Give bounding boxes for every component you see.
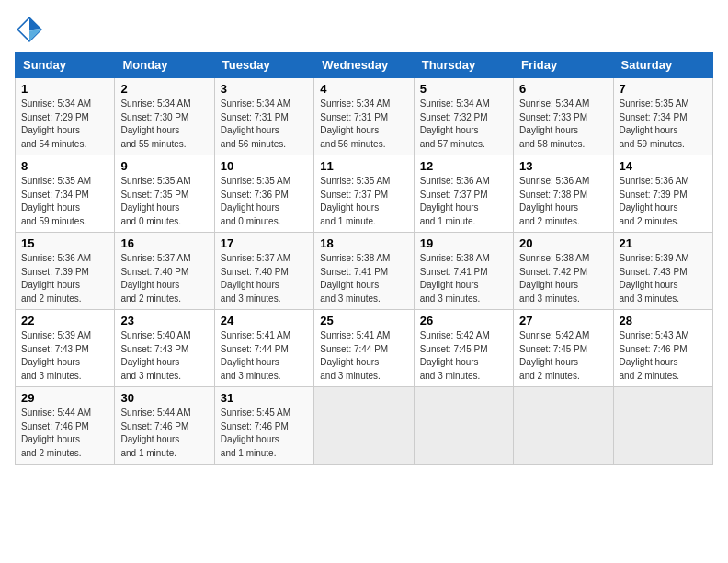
day-info: Sunrise: 5:42 AMSunset: 7:45 PMDaylight … bbox=[420, 329, 507, 383]
calendar-cell: 5Sunrise: 5:34 AMSunset: 7:32 PMDaylight… bbox=[414, 78, 513, 155]
day-info: Sunrise: 5:38 AMSunset: 7:41 PMDaylight … bbox=[320, 252, 407, 305]
day-number: 22 bbox=[21, 314, 108, 327]
calendar-cell: 29Sunrise: 5:44 AMSunset: 7:46 PMDayligh… bbox=[16, 387, 115, 465]
day-number: 18 bbox=[320, 236, 407, 250]
day-number: 8 bbox=[21, 159, 108, 173]
calendar-cell: 7Sunrise: 5:35 AMSunset: 7:34 PMDaylight… bbox=[613, 78, 712, 155]
day-header-monday: Monday bbox=[115, 52, 214, 78]
day-header-wednesday: Wednesday bbox=[314, 52, 414, 78]
day-number: 29 bbox=[21, 391, 108, 405]
day-number: 2 bbox=[120, 82, 208, 96]
day-number: 27 bbox=[519, 314, 607, 327]
day-info: Sunrise: 5:44 AMSunset: 7:46 PMDaylight … bbox=[21, 407, 108, 460]
day-number: 13 bbox=[519, 159, 607, 173]
calendar-cell: 6Sunrise: 5:34 AMSunset: 7:33 PMDaylight… bbox=[514, 78, 613, 155]
day-header-sunday: Sunday bbox=[16, 52, 115, 78]
day-info: Sunrise: 5:34 AMSunset: 7:30 PMDaylight … bbox=[120, 98, 208, 151]
calendar-cell: 15Sunrise: 5:36 AMSunset: 7:39 PMDayligh… bbox=[16, 233, 115, 310]
day-info: Sunrise: 5:35 AMSunset: 7:34 PMDaylight … bbox=[620, 98, 707, 151]
day-number: 1 bbox=[21, 82, 108, 96]
calendar-cell: 3Sunrise: 5:34 AMSunset: 7:31 PMDaylight… bbox=[214, 78, 313, 155]
day-number: 31 bbox=[221, 391, 308, 405]
calendar-cell: 19Sunrise: 5:38 AMSunset: 7:41 PMDayligh… bbox=[414, 233, 513, 310]
calendar-cell: 2Sunrise: 5:34 AMSunset: 7:30 PMDaylight… bbox=[115, 78, 214, 155]
day-number: 3 bbox=[221, 82, 308, 96]
calendar-cell: 16Sunrise: 5:37 AMSunset: 7:40 PMDayligh… bbox=[115, 233, 214, 310]
day-info: Sunrise: 5:38 AMSunset: 7:41 PMDaylight … bbox=[420, 252, 507, 305]
day-info: Sunrise: 5:34 AMSunset: 7:29 PMDaylight … bbox=[21, 98, 108, 151]
day-number: 28 bbox=[620, 314, 707, 327]
day-number: 5 bbox=[420, 82, 507, 96]
calendar-cell: 27Sunrise: 5:42 AMSunset: 7:45 PMDayligh… bbox=[514, 310, 613, 387]
calendar-header-row: SundayMondayTuesdayWednesdayThursdayFrid… bbox=[16, 52, 713, 78]
calendar-cell bbox=[314, 387, 414, 465]
calendar-cell: 20Sunrise: 5:38 AMSunset: 7:42 PMDayligh… bbox=[514, 233, 613, 310]
day-number: 20 bbox=[519, 236, 607, 250]
calendar-week-row-1: 1Sunrise: 5:34 AMSunset: 7:29 PMDaylight… bbox=[16, 78, 713, 155]
day-info: Sunrise: 5:42 AMSunset: 7:45 PMDaylight … bbox=[519, 329, 607, 383]
calendar-cell: 14Sunrise: 5:36 AMSunset: 7:39 PMDayligh… bbox=[613, 155, 712, 233]
calendar-week-row-2: 8Sunrise: 5:35 AMSunset: 7:34 PMDaylight… bbox=[16, 155, 713, 233]
day-info: Sunrise: 5:36 AMSunset: 7:39 PMDaylight … bbox=[620, 175, 707, 228]
day-info: Sunrise: 5:41 AMSunset: 7:44 PMDaylight … bbox=[221, 329, 308, 383]
calendar-cell: 12Sunrise: 5:36 AMSunset: 7:37 PMDayligh… bbox=[414, 155, 513, 233]
day-info: Sunrise: 5:34 AMSunset: 7:31 PMDaylight … bbox=[320, 98, 407, 151]
day-number: 23 bbox=[120, 314, 208, 327]
calendar-cell: 28Sunrise: 5:43 AMSunset: 7:46 PMDayligh… bbox=[613, 310, 712, 387]
day-number: 10 bbox=[221, 159, 308, 173]
calendar-week-row-3: 15Sunrise: 5:36 AMSunset: 7:39 PMDayligh… bbox=[16, 233, 713, 310]
day-info: Sunrise: 5:41 AMSunset: 7:44 PMDaylight … bbox=[320, 329, 407, 383]
day-info: Sunrise: 5:45 AMSunset: 7:46 PMDaylight … bbox=[221, 407, 308, 460]
day-header-tuesday: Tuesday bbox=[214, 52, 313, 78]
calendar-cell: 18Sunrise: 5:38 AMSunset: 7:41 PMDayligh… bbox=[314, 233, 414, 310]
day-number: 24 bbox=[221, 314, 308, 327]
calendar-cell: 24Sunrise: 5:41 AMSunset: 7:44 PMDayligh… bbox=[214, 310, 313, 387]
calendar-table: SundayMondayTuesdayWednesdayThursdayFrid… bbox=[15, 52, 713, 465]
day-info: Sunrise: 5:35 AMSunset: 7:34 PMDaylight … bbox=[21, 175, 108, 228]
calendar-cell: 4Sunrise: 5:34 AMSunset: 7:31 PMDaylight… bbox=[314, 78, 414, 155]
day-number: 12 bbox=[420, 159, 507, 173]
calendar-cell: 30Sunrise: 5:44 AMSunset: 7:46 PMDayligh… bbox=[115, 387, 214, 465]
calendar-cell: 21Sunrise: 5:39 AMSunset: 7:43 PMDayligh… bbox=[613, 233, 712, 310]
calendar-cell: 22Sunrise: 5:39 AMSunset: 7:43 PMDayligh… bbox=[16, 310, 115, 387]
day-number: 17 bbox=[221, 236, 308, 250]
day-number: 11 bbox=[320, 159, 407, 173]
day-header-friday: Friday bbox=[514, 52, 613, 78]
day-info: Sunrise: 5:35 AMSunset: 7:37 PMDaylight … bbox=[320, 175, 407, 228]
day-info: Sunrise: 5:34 AMSunset: 7:33 PMDaylight … bbox=[519, 98, 607, 151]
calendar-cell: 1Sunrise: 5:34 AMSunset: 7:29 PMDaylight… bbox=[16, 78, 115, 155]
day-header-thursday: Thursday bbox=[414, 52, 513, 78]
day-number: 21 bbox=[620, 236, 707, 250]
day-info: Sunrise: 5:44 AMSunset: 7:46 PMDaylight … bbox=[120, 407, 208, 460]
day-info: Sunrise: 5:35 AMSunset: 7:36 PMDaylight … bbox=[221, 175, 308, 228]
logo bbox=[15, 15, 48, 44]
calendar-cell: 25Sunrise: 5:41 AMSunset: 7:44 PMDayligh… bbox=[314, 310, 414, 387]
calendar-cell: 31Sunrise: 5:45 AMSunset: 7:46 PMDayligh… bbox=[214, 387, 313, 465]
day-info: Sunrise: 5:36 AMSunset: 7:38 PMDaylight … bbox=[519, 175, 607, 228]
day-number: 19 bbox=[420, 236, 507, 250]
day-info: Sunrise: 5:39 AMSunset: 7:43 PMDaylight … bbox=[21, 329, 108, 383]
day-number: 30 bbox=[120, 391, 208, 405]
page-header bbox=[15, 15, 713, 44]
calendar-cell: 11Sunrise: 5:35 AMSunset: 7:37 PMDayligh… bbox=[314, 155, 414, 233]
day-info: Sunrise: 5:34 AMSunset: 7:31 PMDaylight … bbox=[221, 98, 308, 151]
svg-marker-1 bbox=[29, 17, 41, 30]
day-number: 15 bbox=[21, 236, 108, 250]
calendar-cell bbox=[514, 387, 613, 465]
day-number: 9 bbox=[120, 159, 208, 173]
calendar-cell: 8Sunrise: 5:35 AMSunset: 7:34 PMDaylight… bbox=[16, 155, 115, 233]
calendar-cell: 9Sunrise: 5:35 AMSunset: 7:35 PMDaylight… bbox=[115, 155, 214, 233]
day-info: Sunrise: 5:36 AMSunset: 7:37 PMDaylight … bbox=[420, 175, 507, 228]
day-header-saturday: Saturday bbox=[613, 52, 712, 78]
calendar-cell: 26Sunrise: 5:42 AMSunset: 7:45 PMDayligh… bbox=[414, 310, 513, 387]
logo-icon bbox=[15, 15, 44, 44]
day-info: Sunrise: 5:40 AMSunset: 7:43 PMDaylight … bbox=[120, 329, 208, 383]
day-info: Sunrise: 5:39 AMSunset: 7:43 PMDaylight … bbox=[620, 252, 707, 305]
day-number: 7 bbox=[620, 82, 707, 96]
day-number: 14 bbox=[620, 159, 707, 173]
day-number: 4 bbox=[320, 82, 407, 96]
day-info: Sunrise: 5:37 AMSunset: 7:40 PMDaylight … bbox=[120, 252, 208, 305]
calendar-cell: 23Sunrise: 5:40 AMSunset: 7:43 PMDayligh… bbox=[115, 310, 214, 387]
day-number: 25 bbox=[320, 314, 407, 327]
calendar-cell bbox=[414, 387, 513, 465]
